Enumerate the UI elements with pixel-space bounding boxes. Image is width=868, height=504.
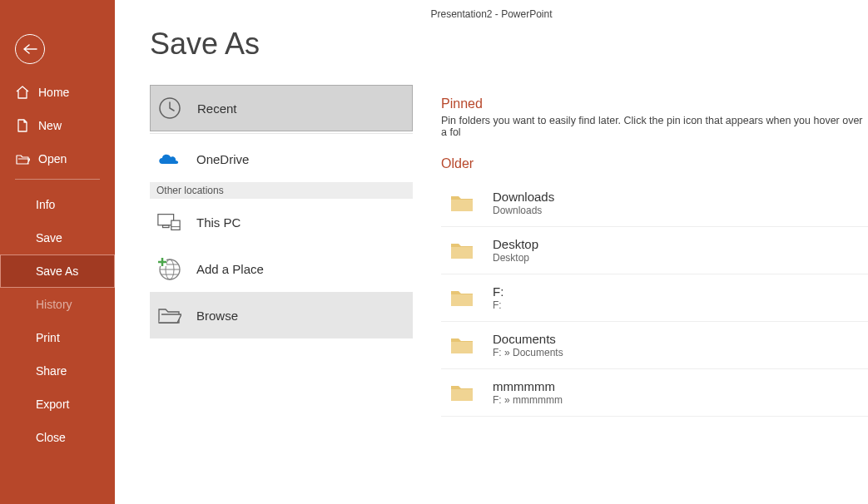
folder-icon xyxy=(449,240,474,260)
locations-column: Save As Recent OneDrive Other locations xyxy=(115,27,411,504)
nav-print[interactable]: Print xyxy=(0,321,115,354)
add-place-icon xyxy=(156,256,181,281)
folders-column: Pinned Pin folders you want to easily fi… xyxy=(411,27,868,504)
nav-label: Print xyxy=(36,331,60,344)
this-pc-icon xyxy=(156,210,181,235)
folder-row[interactable]: DocumentsF: » Documents xyxy=(441,322,868,369)
folder-icon xyxy=(449,335,474,355)
location-onedrive[interactable]: OneDrive xyxy=(150,136,413,182)
svg-rect-2 xyxy=(163,225,170,228)
onedrive-icon xyxy=(156,146,181,171)
location-label: Add a Place xyxy=(196,262,264,276)
folder-name: mmmmmm xyxy=(493,379,563,394)
clock-icon xyxy=(157,96,182,121)
location-label: Recent xyxy=(197,101,237,116)
nav-label: New xyxy=(38,119,62,132)
pinned-heading: Pinned xyxy=(441,96,868,111)
nav-home[interactable]: Home xyxy=(0,76,115,109)
nav-history[interactable]: History xyxy=(0,288,115,321)
folder-path: Desktop xyxy=(493,252,538,264)
nav-label: Home xyxy=(38,86,69,99)
location-recent[interactable]: Recent xyxy=(150,85,413,131)
location-label: Browse xyxy=(196,309,238,323)
nav-share[interactable]: Share xyxy=(0,354,115,388)
nav-label: Info xyxy=(36,198,55,211)
location-this-pc[interactable]: This PC xyxy=(150,199,413,245)
folder-row[interactable]: DesktopDesktop xyxy=(441,227,868,274)
nav-info[interactable]: Info xyxy=(0,188,115,221)
location-label: OneDrive xyxy=(196,152,249,166)
nav-label: Close xyxy=(36,431,66,444)
nav-save[interactable]: Save xyxy=(0,221,115,254)
other-locations-header: Other locations xyxy=(150,182,413,199)
location-browse[interactable]: Browse xyxy=(150,292,413,338)
folder-name: Documents xyxy=(493,332,563,347)
folder-path: F: » mmmmmm xyxy=(493,394,563,406)
folder-row[interactable]: DownloadsDownloads xyxy=(441,180,868,227)
folder-row[interactable]: mmmmmmF: » mmmmmm xyxy=(441,369,868,417)
page-title: Save As xyxy=(150,27,411,62)
nav-label: Export xyxy=(36,398,69,411)
folder-path: F: xyxy=(493,299,503,311)
folder-name: F: xyxy=(493,284,503,299)
separator xyxy=(150,133,413,134)
main-area: Presentation2 - PowerPoint Save As Recen… xyxy=(115,0,868,504)
location-label: This PC xyxy=(196,215,241,230)
folder-icon xyxy=(449,288,474,308)
nav-new[interactable]: New xyxy=(0,109,115,142)
back-arrow-icon xyxy=(22,44,37,54)
nav-open[interactable]: Open xyxy=(0,142,115,175)
nav-export[interactable]: Export xyxy=(0,388,115,421)
location-add-place[interactable]: Add a Place xyxy=(150,245,413,292)
folder-name: Downloads xyxy=(493,190,554,205)
home-icon xyxy=(15,85,30,100)
new-icon xyxy=(15,118,30,133)
nav-close[interactable]: Close xyxy=(0,421,115,454)
older-heading: Older xyxy=(441,156,868,171)
browse-icon xyxy=(156,303,181,328)
nav-label: Save xyxy=(36,231,62,245)
window-title: Presentation2 - PowerPoint xyxy=(115,0,868,27)
nav-label: History xyxy=(36,298,72,311)
nav-label: Save As xyxy=(36,264,78,278)
nav-label: Open xyxy=(38,152,67,166)
pinned-description: Pin folders you want to easily find late… xyxy=(441,115,868,138)
nav-label: Share xyxy=(36,364,67,378)
back-button[interactable] xyxy=(15,34,45,64)
folder-path: F: » Documents xyxy=(493,347,563,358)
folder-icon xyxy=(449,383,474,403)
folder-icon xyxy=(449,193,474,213)
folder-row[interactable]: F:F: xyxy=(441,274,868,322)
svg-rect-3 xyxy=(171,220,180,230)
backstage-sidebar: Home New Open Info Save Save As History … xyxy=(0,0,115,504)
folder-name: Desktop xyxy=(493,237,538,252)
open-icon xyxy=(15,151,30,166)
folder-path: Downloads xyxy=(493,205,554,216)
nav-save-as[interactable]: Save As xyxy=(0,254,115,288)
sidebar-divider xyxy=(15,179,100,180)
